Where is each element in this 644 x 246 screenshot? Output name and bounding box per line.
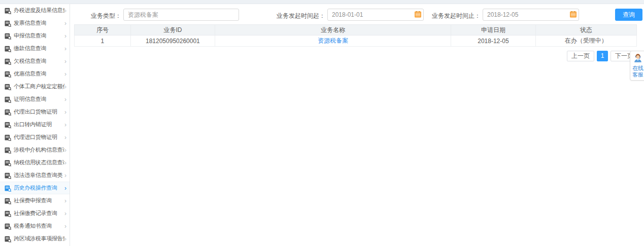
sidebar-item-violation-info-query[interactable]: 违法违章信息查询类› <box>0 169 70 182</box>
sidebar-item-label: 个体工商户核定定额信息查询 <box>14 83 64 90</box>
sidebar-item-label: 证明信息查询 <box>14 95 64 103</box>
cell-apply-date: 2018-12-05 <box>451 36 535 47</box>
sidebar-item-label: 违法违章信息查询类 <box>14 171 64 179</box>
sidebar-item-tax-credit-status-query[interactable]: 纳税信用状态信息查询› <box>0 156 70 169</box>
doc-search-icon <box>5 121 11 128</box>
online-service-widget[interactable]: 在线 客服 <box>630 51 644 81</box>
filter-bar: 业务类型： 业务发起时间起： 业务发起时间止： 查询 <box>71 4 644 24</box>
date-from-label: 业务发起时间起： <box>243 12 325 20</box>
col-header-apply-date: 申请日期 <box>451 25 535 36</box>
chevron-right-icon: › <box>64 84 66 90</box>
chevron-right-icon: › <box>64 58 66 64</box>
doc-search-icon <box>5 159 11 166</box>
sidebar-item-export-to-domestic-certificate[interactable]: 出口转内销证明› <box>0 118 70 131</box>
chevron-right-icon: › <box>64 33 66 39</box>
business-name-link[interactable]: 资源税备案 <box>318 37 348 44</box>
customer-service-avatar-icon <box>633 56 643 64</box>
sidebar-item-declaration-info-query[interactable]: 申报信息查询› <box>0 29 70 42</box>
sidebar-item-agent-import-certificate[interactable]: 代理进口货物证明› <box>0 131 70 144</box>
chevron-right-icon: › <box>64 46 66 52</box>
sidebar-item-social-insurance-declaration-query[interactable]: 社保费申报查询› <box>0 194 70 207</box>
query-button[interactable]: 查询 <box>615 9 642 21</box>
sidebar-item-label: 纳税信用状态信息查询 <box>14 159 64 166</box>
col-header-seq: 序号 <box>75 25 131 36</box>
doc-search-icon <box>5 71 11 77</box>
calendar-icon[interactable] <box>570 11 577 18</box>
table-header-row: 序号 业务ID 业务名称 申请日期 状态 <box>75 25 637 36</box>
business-type-input[interactable] <box>123 9 239 21</box>
sidebar-item-label: 发票信息查询 <box>14 19 64 27</box>
cell-business-id: 1812050950260001 <box>130 36 215 47</box>
sidebar-item-agent-export-certificate[interactable]: 代理出口货物证明› <box>0 106 70 118</box>
online-service-label-line1: 在线 <box>631 65 644 72</box>
cell-status: 在办（受理中） <box>535 36 636 47</box>
chevron-right-icon: › <box>64 198 66 204</box>
chevron-right-icon: › <box>64 172 66 179</box>
doc-search-icon <box>5 210 11 217</box>
doc-search-icon <box>5 197 11 204</box>
sidebar-item-history-tax-operation-query[interactable]: 历史办税操作查询› <box>0 182 70 194</box>
doc-search-icon <box>5 58 11 64</box>
chevron-right-icon: › <box>64 20 66 26</box>
sidebar-item-tax-arrears-query[interactable]: 欠税信息查询› <box>0 55 70 67</box>
doc-search-icon <box>5 109 11 115</box>
chevron-right-icon: › <box>64 236 66 242</box>
doc-search-icon <box>5 172 11 179</box>
sidebar-item-invoice-info-query[interactable]: 发票信息查询› <box>0 17 70 29</box>
sidebar-item-label: 办税进度及结果信息查询 <box>14 7 64 14</box>
pagination: 上一页 1 下一页 <box>567 51 638 61</box>
doc-search-icon <box>5 45 11 52</box>
sidebar-item-tax-intermediary-query[interactable]: 涉税中介机构信息查询› <box>0 144 70 156</box>
sidebar-item-label: 申报信息查询 <box>14 32 64 40</box>
sidebar-item-label: 优惠信息查询 <box>14 70 64 78</box>
table-row: 1 1812050950260001 资源税备案 2018-12-05 在办（受… <box>75 36 637 47</box>
doc-search-icon <box>5 235 11 242</box>
doc-search-icon <box>5 96 11 102</box>
sidebar-item-social-insurance-payment-record-query[interactable]: 社保缴费记录查询› <box>0 207 70 220</box>
chevron-right-icon: › <box>64 160 66 166</box>
chevron-right-icon: › <box>64 210 66 217</box>
app-window: 办税进度及结果信息查询› 发票信息查询› 申报信息查询› 缴款信息查询› 欠税信… <box>0 0 644 246</box>
sidebar-item-tax-progress-result-query[interactable]: 办税进度及结果信息查询› <box>0 4 70 17</box>
doc-search-icon <box>5 20 11 26</box>
sidebar-item-certificate-info-query[interactable]: 证明信息查询› <box>0 93 70 106</box>
online-service-label-line2: 客服 <box>631 72 644 78</box>
sidebar-item-preferential-info-query[interactable]: 优惠信息查询› <box>0 67 70 80</box>
sidebar-item-payment-info-query[interactable]: 缴款信息查询› <box>0 42 70 55</box>
sidebar-item-tax-notice-query[interactable]: 税务通知书查询› <box>0 220 70 232</box>
doc-search-icon <box>5 223 11 229</box>
doc-search-icon <box>5 147 11 153</box>
prev-page-button[interactable]: 上一页 <box>567 51 594 61</box>
date-to-input[interactable] <box>483 9 579 21</box>
doc-search-icon <box>5 134 11 140</box>
doc-search-icon <box>5 32 11 39</box>
sidebar-item-label: 涉税中介机构信息查询 <box>14 146 64 154</box>
doc-search-icon <box>5 83 11 90</box>
sidebar-item-label: 缴款信息查询 <box>14 45 64 52</box>
sidebar-item-label: 出口转内销证明 <box>14 121 64 128</box>
business-type-label: 业务类型： <box>71 12 121 20</box>
sidebar-item-label: 代理出口货物证明 <box>14 108 64 116</box>
chevron-right-icon: › <box>64 109 66 115</box>
top-strip <box>0 0 644 4</box>
chevron-right-icon: › <box>64 134 66 140</box>
sidebar-item-label: 跨区域涉税事项报告查询 <box>14 235 64 242</box>
sidebar-item-label: 社保缴费记录查询 <box>14 209 64 217</box>
col-header-status: 状态 <box>535 25 636 36</box>
chevron-right-icon: › <box>64 122 66 128</box>
chevron-right-icon: › <box>64 8 66 14</box>
sidebar-item-label: 税务通知书查询 <box>14 222 64 230</box>
cell-seq: 1 <box>75 36 131 47</box>
doc-search-icon <box>5 7 11 14</box>
chevron-right-icon: › <box>64 185 66 191</box>
sidebar-item-label: 代理进口货物证明 <box>14 133 64 141</box>
sidebar-item-individual-quota-query[interactable]: 个体工商户核定定额信息查询› <box>0 80 70 93</box>
sidebar-item-label: 历史办税操作查询 <box>14 184 64 192</box>
main-content: 业务类型： 业务发起时间起： 业务发起时间止： 查询 序号 <box>71 4 644 246</box>
chevron-right-icon: › <box>64 71 66 77</box>
page-number-button[interactable]: 1 <box>597 51 608 61</box>
chevron-right-icon: › <box>64 147 66 153</box>
chevron-right-icon: › <box>64 223 66 229</box>
col-header-business-name: 业务名称 <box>215 25 451 36</box>
sidebar-item-cross-region-tax-report-query[interactable]: 跨区域涉税事项报告查询› <box>0 232 70 245</box>
